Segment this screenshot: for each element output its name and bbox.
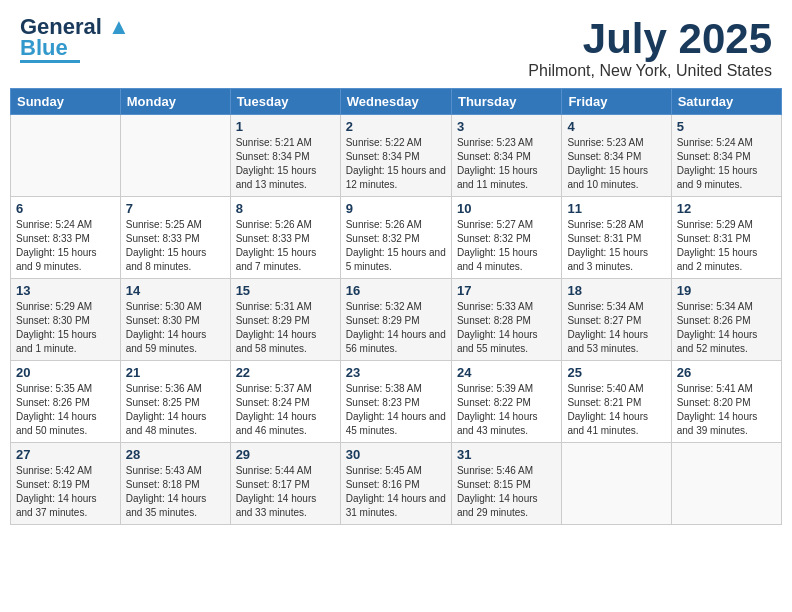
- calendar-week-row: 13 Sunrise: 5:29 AMSunset: 8:30 PMDaylig…: [11, 279, 782, 361]
- month-title: July 2025: [528, 16, 772, 62]
- table-row: 22 Sunrise: 5:37 AMSunset: 8:24 PMDaylig…: [230, 361, 340, 443]
- day-detail: Sunrise: 5:33 AMSunset: 8:28 PMDaylight:…: [457, 300, 556, 356]
- col-monday: Monday: [120, 89, 230, 115]
- day-detail: Sunrise: 5:30 AMSunset: 8:30 PMDaylight:…: [126, 300, 225, 356]
- col-thursday: Thursday: [451, 89, 561, 115]
- page-header: General ▲ Blue July 2025 Philmont, New Y…: [10, 10, 782, 80]
- day-number: 7: [126, 201, 225, 216]
- table-row: 14 Sunrise: 5:30 AMSunset: 8:30 PMDaylig…: [120, 279, 230, 361]
- table-row: 3 Sunrise: 5:23 AMSunset: 8:34 PMDayligh…: [451, 115, 561, 197]
- table-row: 25 Sunrise: 5:40 AMSunset: 8:21 PMDaylig…: [562, 361, 671, 443]
- day-number: 23: [346, 365, 446, 380]
- calendar-week-row: 1 Sunrise: 5:21 AMSunset: 8:34 PMDayligh…: [11, 115, 782, 197]
- day-detail: Sunrise: 5:35 AMSunset: 8:26 PMDaylight:…: [16, 382, 115, 438]
- col-saturday: Saturday: [671, 89, 781, 115]
- day-number: 11: [567, 201, 665, 216]
- day-number: 22: [236, 365, 335, 380]
- day-number: 5: [677, 119, 776, 134]
- table-row: 12 Sunrise: 5:29 AMSunset: 8:31 PMDaylig…: [671, 197, 781, 279]
- day-detail: Sunrise: 5:36 AMSunset: 8:25 PMDaylight:…: [126, 382, 225, 438]
- day-number: 18: [567, 283, 665, 298]
- table-row: 29 Sunrise: 5:44 AMSunset: 8:17 PMDaylig…: [230, 443, 340, 525]
- table-row: 21 Sunrise: 5:36 AMSunset: 8:25 PMDaylig…: [120, 361, 230, 443]
- table-row: 9 Sunrise: 5:26 AMSunset: 8:32 PMDayligh…: [340, 197, 451, 279]
- day-number: 6: [16, 201, 115, 216]
- table-row: 2 Sunrise: 5:22 AMSunset: 8:34 PMDayligh…: [340, 115, 451, 197]
- day-number: 31: [457, 447, 556, 462]
- day-number: 13: [16, 283, 115, 298]
- location-title: Philmont, New York, United States: [528, 62, 772, 80]
- col-wednesday: Wednesday: [340, 89, 451, 115]
- day-number: 26: [677, 365, 776, 380]
- table-row: 7 Sunrise: 5:25 AMSunset: 8:33 PMDayligh…: [120, 197, 230, 279]
- day-detail: Sunrise: 5:26 AMSunset: 8:33 PMDaylight:…: [236, 218, 335, 274]
- day-number: 2: [346, 119, 446, 134]
- table-row: 17 Sunrise: 5:33 AMSunset: 8:28 PMDaylig…: [451, 279, 561, 361]
- table-row: 20 Sunrise: 5:35 AMSunset: 8:26 PMDaylig…: [11, 361, 121, 443]
- day-number: 14: [126, 283, 225, 298]
- day-detail: Sunrise: 5:45 AMSunset: 8:16 PMDaylight:…: [346, 464, 446, 520]
- table-row: 24 Sunrise: 5:39 AMSunset: 8:22 PMDaylig…: [451, 361, 561, 443]
- day-detail: Sunrise: 5:37 AMSunset: 8:24 PMDaylight:…: [236, 382, 335, 438]
- table-row: 19 Sunrise: 5:34 AMSunset: 8:26 PMDaylig…: [671, 279, 781, 361]
- day-number: 3: [457, 119, 556, 134]
- day-number: 24: [457, 365, 556, 380]
- day-detail: Sunrise: 5:32 AMSunset: 8:29 PMDaylight:…: [346, 300, 446, 356]
- calendar-week-row: 6 Sunrise: 5:24 AMSunset: 8:33 PMDayligh…: [11, 197, 782, 279]
- day-number: 4: [567, 119, 665, 134]
- calendar-table: Sunday Monday Tuesday Wednesday Thursday…: [10, 88, 782, 525]
- table-row: 6 Sunrise: 5:24 AMSunset: 8:33 PMDayligh…: [11, 197, 121, 279]
- day-number: 25: [567, 365, 665, 380]
- day-detail: Sunrise: 5:27 AMSunset: 8:32 PMDaylight:…: [457, 218, 556, 274]
- table-row: 15 Sunrise: 5:31 AMSunset: 8:29 PMDaylig…: [230, 279, 340, 361]
- table-row: [11, 115, 121, 197]
- table-row: 5 Sunrise: 5:24 AMSunset: 8:34 PMDayligh…: [671, 115, 781, 197]
- day-number: 20: [16, 365, 115, 380]
- day-detail: Sunrise: 5:23 AMSunset: 8:34 PMDaylight:…: [457, 136, 556, 192]
- title-block: July 2025 Philmont, New York, United Sta…: [528, 16, 772, 80]
- calendar-week-row: 27 Sunrise: 5:42 AMSunset: 8:19 PMDaylig…: [11, 443, 782, 525]
- table-row: 8 Sunrise: 5:26 AMSunset: 8:33 PMDayligh…: [230, 197, 340, 279]
- day-detail: Sunrise: 5:40 AMSunset: 8:21 PMDaylight:…: [567, 382, 665, 438]
- day-detail: Sunrise: 5:34 AMSunset: 8:26 PMDaylight:…: [677, 300, 776, 356]
- day-number: 21: [126, 365, 225, 380]
- day-detail: Sunrise: 5:31 AMSunset: 8:29 PMDaylight:…: [236, 300, 335, 356]
- table-row: [120, 115, 230, 197]
- table-row: 10 Sunrise: 5:27 AMSunset: 8:32 PMDaylig…: [451, 197, 561, 279]
- day-number: 15: [236, 283, 335, 298]
- col-sunday: Sunday: [11, 89, 121, 115]
- table-row: 28 Sunrise: 5:43 AMSunset: 8:18 PMDaylig…: [120, 443, 230, 525]
- day-detail: Sunrise: 5:44 AMSunset: 8:17 PMDaylight:…: [236, 464, 335, 520]
- calendar-week-row: 20 Sunrise: 5:35 AMSunset: 8:26 PMDaylig…: [11, 361, 782, 443]
- day-number: 29: [236, 447, 335, 462]
- table-row: 13 Sunrise: 5:29 AMSunset: 8:30 PMDaylig…: [11, 279, 121, 361]
- day-number: 30: [346, 447, 446, 462]
- table-row: 11 Sunrise: 5:28 AMSunset: 8:31 PMDaylig…: [562, 197, 671, 279]
- day-detail: Sunrise: 5:22 AMSunset: 8:34 PMDaylight:…: [346, 136, 446, 192]
- day-detail: Sunrise: 5:43 AMSunset: 8:18 PMDaylight:…: [126, 464, 225, 520]
- day-detail: Sunrise: 5:39 AMSunset: 8:22 PMDaylight:…: [457, 382, 556, 438]
- table-row: 18 Sunrise: 5:34 AMSunset: 8:27 PMDaylig…: [562, 279, 671, 361]
- day-number: 10: [457, 201, 556, 216]
- day-detail: Sunrise: 5:28 AMSunset: 8:31 PMDaylight:…: [567, 218, 665, 274]
- logo: General ▲ Blue: [20, 16, 130, 63]
- day-number: 9: [346, 201, 446, 216]
- table-row: 26 Sunrise: 5:41 AMSunset: 8:20 PMDaylig…: [671, 361, 781, 443]
- day-detail: Sunrise: 5:29 AMSunset: 8:30 PMDaylight:…: [16, 300, 115, 356]
- table-row: 4 Sunrise: 5:23 AMSunset: 8:34 PMDayligh…: [562, 115, 671, 197]
- day-detail: Sunrise: 5:21 AMSunset: 8:34 PMDaylight:…: [236, 136, 335, 192]
- calendar-header-row: Sunday Monday Tuesday Wednesday Thursday…: [11, 89, 782, 115]
- logo-underline: [20, 60, 80, 63]
- day-detail: Sunrise: 5:26 AMSunset: 8:32 PMDaylight:…: [346, 218, 446, 274]
- day-detail: Sunrise: 5:24 AMSunset: 8:34 PMDaylight:…: [677, 136, 776, 192]
- day-number: 19: [677, 283, 776, 298]
- table-row: 31 Sunrise: 5:46 AMSunset: 8:15 PMDaylig…: [451, 443, 561, 525]
- table-row: 30 Sunrise: 5:45 AMSunset: 8:16 PMDaylig…: [340, 443, 451, 525]
- table-row: 27 Sunrise: 5:42 AMSunset: 8:19 PMDaylig…: [11, 443, 121, 525]
- table-row: 1 Sunrise: 5:21 AMSunset: 8:34 PMDayligh…: [230, 115, 340, 197]
- logo-subtext: Blue: [20, 38, 68, 58]
- day-detail: Sunrise: 5:42 AMSunset: 8:19 PMDaylight:…: [16, 464, 115, 520]
- day-number: 16: [346, 283, 446, 298]
- day-detail: Sunrise: 5:24 AMSunset: 8:33 PMDaylight:…: [16, 218, 115, 274]
- day-detail: Sunrise: 5:46 AMSunset: 8:15 PMDaylight:…: [457, 464, 556, 520]
